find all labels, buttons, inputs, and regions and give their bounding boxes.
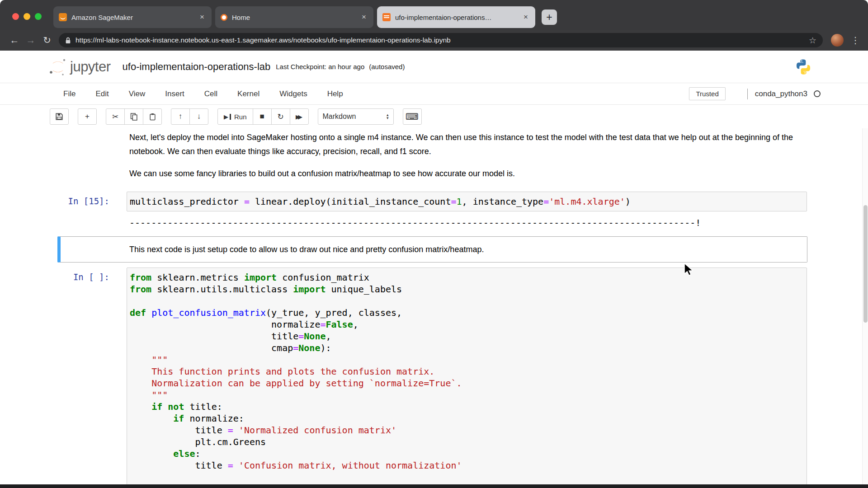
markdown-paragraph: We can use some fancy libraries to build…	[129, 167, 804, 181]
profile-avatar[interactable]	[831, 34, 844, 47]
prompt-spacer	[61, 130, 127, 182]
code-cell-confusion-matrix[interactable]: In [ ]: from sklearn.metrics import conf…	[57, 267, 807, 488]
cut-cell-button[interactable]: ✂	[106, 108, 125, 125]
tab-title: Home	[232, 14, 360, 21]
mouse-cursor-icon	[684, 263, 695, 278]
close-window-button[interactable]	[12, 13, 19, 20]
kernel-name: conda_python3	[755, 89, 807, 99]
reload-icon[interactable]: ↻	[39, 32, 55, 48]
menu-file[interactable]: File	[63, 89, 75, 99]
insert-cell-button[interactable]: +	[78, 108, 97, 125]
jupyter-logo-icon[interactable]: jupyter	[49, 57, 111, 76]
run-icon: ▶	[224, 113, 228, 120]
python-logo-icon	[795, 58, 812, 75]
code-cell-deploy[interactable]: In [15]: multiclass_predictor = linear.d…	[57, 191, 807, 229]
browser-window: Amazon SageMaker × Home × ufo-implementa…	[0, 0, 868, 488]
run-icon-bar	[230, 114, 231, 120]
notebook-container: Next, let's deploy the model into SageMa…	[57, 128, 807, 488]
notebook-menubar: File Edit View Insert Cell Kernel Widget…	[0, 83, 868, 105]
restart-run-all-button[interactable]: ▶▶	[290, 108, 309, 125]
page-scrollbar	[862, 128, 868, 488]
restart-kernel-button[interactable]: ↻	[271, 108, 290, 125]
forward-icon[interactable]: →	[23, 32, 39, 48]
autosave-status: (autosaved)	[369, 63, 405, 70]
jupyter-header: jupyter ufo-implementaion-operations-lab…	[0, 51, 868, 83]
tab-close-icon[interactable]: ×	[522, 13, 530, 22]
kernel-status-icon	[814, 90, 821, 97]
input-prompt: In [15]:	[61, 192, 127, 211]
markdown-paragraph: Next, let's deploy the model into SageMa…	[129, 131, 804, 159]
browser-address-bar: ← → ↻ https://ml-labs-notebook-instance.…	[0, 30, 868, 51]
page-scrollbar-thumb[interactable]	[863, 205, 868, 323]
url-field[interactable]: https://ml-labs-notebook-instance.notebo…	[59, 33, 823, 47]
tab-close-icon[interactable]: ×	[198, 13, 206, 22]
code-input-area[interactable]: multiclass_predictor = linear.deploy(ini…	[127, 192, 807, 211]
prompt-spacer	[61, 237, 127, 262]
tab-list: Amazon SageMaker × Home × ufo-implementa…	[53, 6, 557, 28]
tab-notebook-active[interactable]: ufo-implementaion-operations… ×	[377, 6, 535, 28]
minimize-window-button[interactable]	[24, 13, 30, 20]
sagemaker-favicon-icon	[59, 13, 67, 21]
back-icon[interactable]: ←	[6, 32, 23, 48]
bookmark-star-icon[interactable]: ☆	[809, 35, 816, 46]
run-label: Run	[234, 113, 247, 121]
code-input-area[interactable]: from sklearn.metrics import confusion_ma…	[127, 267, 807, 488]
tab-close-icon[interactable]: ×	[360, 13, 368, 22]
tab-home[interactable]: Home ×	[215, 6, 373, 28]
lock-icon	[65, 37, 71, 44]
menu-widgets[interactable]: Widgets	[279, 89, 307, 99]
notebook-area: Next, let's deploy the model into SageMa…	[0, 128, 868, 488]
jupyter-favicon-icon	[221, 14, 227, 21]
paste-cell-button[interactable]	[143, 108, 162, 125]
select-arrows-icon: ▴▾	[387, 113, 389, 120]
zoom-window-button[interactable]	[35, 13, 42, 20]
menu-cell[interactable]: Cell	[204, 89, 217, 99]
markdown-cell-deploy-intro[interactable]: Next, let's deploy the model into SageMa…	[57, 129, 807, 182]
run-cell-button[interactable]: ▶ Run	[217, 108, 253, 125]
jupyter-wordmark: jupyter	[70, 59, 111, 75]
notebook-toolbar: + ✂ ↑ ↓ ▶ Run ■ ↻ ▶▶ Markdown ▴▾	[0, 105, 868, 128]
output-row: ----------------------------------------…	[61, 217, 807, 229]
notebook-title[interactable]: ufo-implementaion-operations-lab	[123, 61, 271, 73]
menu-insert[interactable]: Insert	[165, 89, 184, 99]
trusted-badge[interactable]: Trusted	[689, 87, 725, 100]
menu-help[interactable]: Help	[327, 89, 343, 99]
cell-output-text: ----------------------------------------…	[127, 217, 701, 229]
input-prompt: In [ ]:	[61, 267, 127, 488]
tab-title: Amazon SageMaker	[71, 14, 198, 21]
output-prompt-spacer	[61, 217, 127, 229]
command-palette-button[interactable]: ⌨	[403, 108, 422, 125]
menu-kernel[interactable]: Kernel	[237, 89, 259, 99]
tab-title: ufo-implementaion-operations…	[395, 14, 522, 21]
tab-amazon-sagemaker[interactable]: Amazon SageMaker ×	[53, 6, 212, 28]
kernel-divider	[747, 89, 748, 99]
copy-cell-button[interactable]	[124, 108, 143, 125]
cell-type-select[interactable]: Markdown ▴▾	[318, 108, 394, 125]
move-cell-down-button[interactable]: ↓	[189, 108, 208, 125]
url-text: https://ml-labs-notebook-instance.notebo…	[75, 36, 804, 44]
traffic-lights	[12, 13, 42, 20]
save-button[interactable]	[50, 108, 69, 125]
checkpoint-status: Last Checkpoint: an hour ago	[276, 63, 364, 70]
menu-edit[interactable]: Edit	[95, 89, 108, 99]
interrupt-kernel-button[interactable]: ■	[253, 108, 272, 125]
new-tab-button[interactable]: +	[542, 9, 557, 25]
markdown-rendered-text: Next, let's deploy the model into SageMa…	[127, 130, 807, 182]
menu-view[interactable]: View	[129, 89, 146, 99]
markdown-cell-selected[interactable]: This next code is just setup code to all…	[57, 236, 807, 263]
cell-type-value: Markdown	[323, 113, 356, 121]
browser-menu-icon[interactable]: ⋮	[849, 35, 862, 46]
move-cell-up-button[interactable]: ↑	[171, 108, 190, 125]
browser-tab-strip: Amazon SageMaker × Home × ufo-implementa…	[0, 0, 868, 30]
markdown-rendered-text: This next code is just setup code to all…	[127, 237, 807, 262]
window-bottom-edge	[0, 484, 868, 488]
notebook-favicon-icon	[382, 13, 391, 21]
